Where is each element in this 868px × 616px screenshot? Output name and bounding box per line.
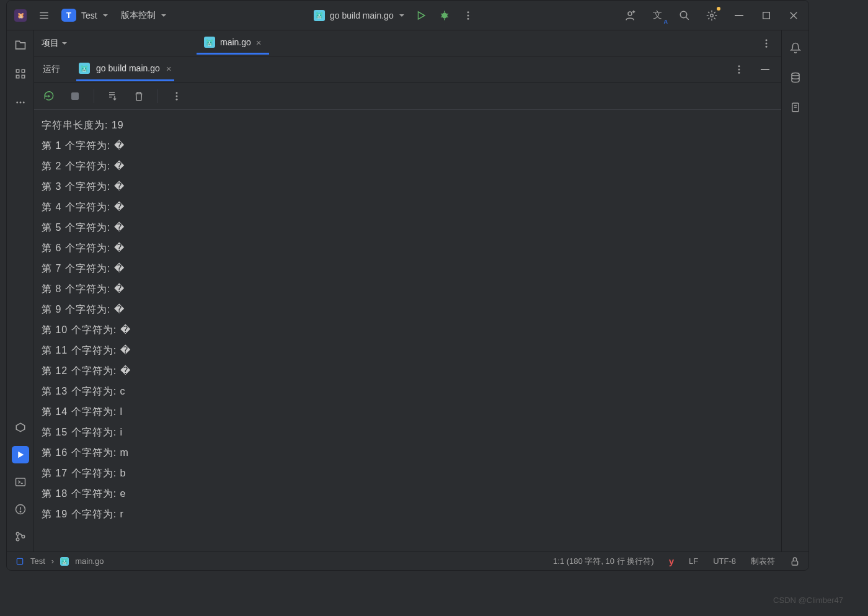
statusbar: Test › main.go 1:1 (180 字符, 10 行 换行符) y … xyxy=(7,551,808,570)
svg-line-7 xyxy=(441,16,442,17)
status-lock-icon[interactable] xyxy=(790,556,800,566)
run-config-selector[interactable]: go build main.go xyxy=(314,10,405,21)
svg-point-48 xyxy=(176,95,178,97)
chevron-down-icon xyxy=(161,12,167,19)
chevron-down-icon xyxy=(399,12,405,19)
debug-button[interactable] xyxy=(437,8,452,23)
status-position[interactable]: 1:1 (180 字符, 10 行 换行符) xyxy=(553,556,654,567)
stop-button[interactable] xyxy=(68,89,82,104)
console-line: 第 6 个字符为: � xyxy=(37,238,781,258)
project-chip: T xyxy=(61,9,76,22)
status-file[interactable]: main.go xyxy=(75,556,104,566)
problems-tool-icon[interactable] xyxy=(12,501,29,518)
console-line: 第 4 个字符为: � xyxy=(37,197,781,217)
status-project[interactable]: Test xyxy=(30,556,45,566)
more-actions-icon[interactable] xyxy=(461,8,476,23)
topbar: 🐹 T Test 版本控制 go build main.go xyxy=(7,1,808,30)
run-button[interactable] xyxy=(414,8,428,23)
bookmarks-icon[interactable] xyxy=(787,99,804,116)
divider xyxy=(157,89,158,103)
run-toolbar xyxy=(34,83,781,110)
svg-point-16 xyxy=(680,11,687,18)
watermark: CSDN @Climber47 xyxy=(773,596,843,605)
run-panel-header: 运行 go build main.go × xyxy=(34,56,781,83)
language-icon[interactable]: 文A xyxy=(650,8,665,23)
svg-line-8 xyxy=(446,16,448,17)
code-with-me-icon[interactable] xyxy=(622,8,637,23)
notifications-icon[interactable] xyxy=(787,39,804,56)
svg-marker-29 xyxy=(16,423,25,432)
run-tab-active[interactable]: go build main.go × xyxy=(76,57,174,81)
go-file-icon xyxy=(204,37,215,48)
panel-options-icon[interactable] xyxy=(759,36,774,51)
svg-point-3 xyxy=(442,13,447,18)
services-tool-icon[interactable] xyxy=(12,419,29,436)
clear-output-icon[interactable] xyxy=(131,89,146,104)
svg-point-38 xyxy=(766,39,768,41)
svg-point-49 xyxy=(176,98,178,100)
terminal-tool-icon[interactable] xyxy=(12,473,29,491)
svg-rect-19 xyxy=(763,12,770,19)
hide-panel-icon[interactable] xyxy=(758,62,773,77)
right-sidebar xyxy=(781,30,808,551)
svg-point-18 xyxy=(711,14,714,17)
toolbar-more-icon[interactable] xyxy=(169,89,184,104)
vcs-tool-icon[interactable] xyxy=(12,528,29,545)
divider xyxy=(94,89,94,103)
rerun-button[interactable] xyxy=(42,89,56,104)
console-line: 字符串长度为: 19 xyxy=(37,115,781,135)
svg-point-26 xyxy=(16,102,18,104)
window-close-icon[interactable] xyxy=(786,8,801,23)
run-panel-label[interactable]: 运行 xyxy=(43,64,60,75)
console-line: 第 9 个字符为: � xyxy=(37,299,781,319)
svg-point-40 xyxy=(766,45,768,47)
svg-point-27 xyxy=(19,102,21,104)
console-line: 第 19 个字符为: r xyxy=(37,504,781,524)
window-minimize-icon[interactable] xyxy=(732,8,746,23)
svg-point-39 xyxy=(766,42,768,44)
go-file-icon xyxy=(60,557,69,566)
database-icon[interactable] xyxy=(787,69,804,86)
project-selector[interactable]: T Test xyxy=(61,9,108,22)
more-tools-icon[interactable] xyxy=(12,94,29,111)
console-line: 第 12 个字符为: � xyxy=(37,360,781,381)
module-icon xyxy=(16,557,24,566)
tab-close-icon[interactable]: × xyxy=(166,63,172,74)
svg-line-5 xyxy=(441,14,442,15)
console-line: 第 3 个字符为: � xyxy=(37,176,781,197)
search-icon[interactable] xyxy=(677,8,692,23)
status-y-icon[interactable]: y xyxy=(669,556,674,566)
console-line: 第 16 个字符为: m xyxy=(37,442,781,463)
run-panel-options-icon[interactable] xyxy=(732,62,746,77)
console-line: 第 8 个字符为: � xyxy=(37,279,781,299)
window-maximize-icon[interactable] xyxy=(759,8,774,23)
editor-tab-main[interactable]: main.go × xyxy=(197,32,269,55)
status-indent[interactable]: 制表符 xyxy=(751,556,775,567)
svg-point-10 xyxy=(467,11,469,13)
go-icon xyxy=(79,63,90,74)
menu-icon[interactable] xyxy=(37,8,51,23)
svg-point-28 xyxy=(22,102,24,104)
structure-tool-icon[interactable] xyxy=(12,65,29,83)
panel-header: 项目 main.go × xyxy=(34,30,781,56)
project-tool-icon[interactable] xyxy=(12,37,29,54)
svg-rect-54 xyxy=(17,558,22,564)
console-output[interactable]: 字符串长度为: 19第 1 个字符为: �第 2 个字符为: �第 3 个字符为… xyxy=(34,110,781,551)
console-line: 第 7 个字符为: � xyxy=(37,258,781,279)
tab-close-icon[interactable]: × xyxy=(256,37,262,48)
svg-point-12 xyxy=(467,17,469,19)
console-line: 第 5 个字符为: � xyxy=(37,217,781,238)
svg-point-42 xyxy=(738,68,740,70)
console-line: 第 14 个字符为: l xyxy=(37,401,781,422)
svg-point-43 xyxy=(738,71,740,73)
project-panel-dropdown[interactable]: 项目 xyxy=(42,38,68,49)
console-line: 第 2 个字符为: � xyxy=(37,156,781,176)
vcs-menu[interactable]: 版本控制 xyxy=(118,9,167,22)
svg-line-6 xyxy=(446,14,448,15)
scroll-to-end-icon[interactable] xyxy=(105,89,120,104)
app-icon: 🐹 xyxy=(14,9,27,22)
status-line-separator[interactable]: LF xyxy=(689,556,698,566)
status-encoding[interactable]: UTF-8 xyxy=(713,556,736,566)
run-tool-icon[interactable] xyxy=(12,446,29,463)
settings-icon[interactable] xyxy=(704,8,719,23)
